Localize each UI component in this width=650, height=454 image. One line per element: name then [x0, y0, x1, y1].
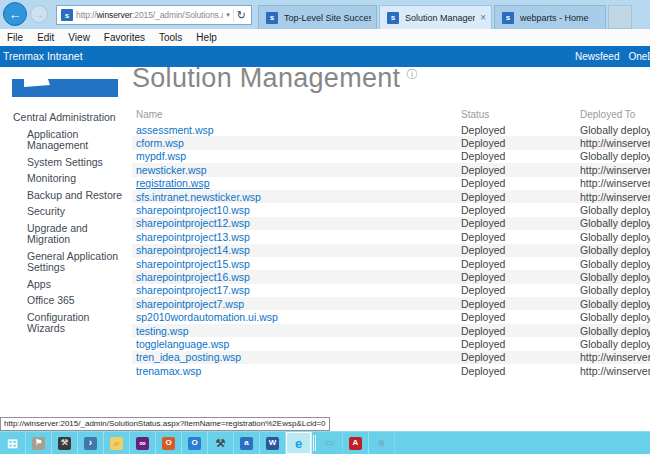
- status-cell: Deployed: [461, 124, 580, 136]
- solution-name-link[interactable]: testing.wsp: [136, 325, 461, 337]
- sharepoint-favicon-icon: s: [387, 12, 399, 24]
- solution-name-link[interactable]: trenamax.wsp: [136, 365, 461, 377]
- status-cell: Deployed: [461, 177, 580, 189]
- sidebar-item[interactable]: General Application Settings: [0, 250, 132, 275]
- forward-button[interactable]: →: [30, 5, 48, 23]
- adobe-reader-icon[interactable]: A: [343, 432, 369, 454]
- status-cell: Deployed: [461, 231, 580, 243]
- sidebar-item[interactable]: Office 365: [0, 294, 132, 308]
- office-app-orange-icon[interactable]: O: [156, 432, 182, 454]
- deployed-to-cell: http://winserver/: [580, 191, 650, 203]
- chevron-down-icon[interactable]: ▾: [223, 11, 233, 19]
- deployed-to-cell: Globally deployed.: [580, 244, 650, 256]
- table-row: sharepointproject14.wspDeployedGlobally …: [132, 244, 650, 257]
- user-profile-icon[interactable]: ☻: [369, 432, 395, 454]
- menu-item-view[interactable]: View: [68, 32, 90, 43]
- solution-name-link[interactable]: sharepointproject16.wsp: [136, 271, 461, 283]
- deployed-to-cell: http://winserver/: [580, 365, 650, 377]
- status-cell: Deployed: [461, 298, 580, 310]
- sidebar-item[interactable]: Central Administration: [0, 111, 132, 125]
- solution-name-link[interactable]: sharepointproject7.wsp: [136, 298, 461, 310]
- sidebar-item[interactable]: Configuration Wizards: [0, 311, 132, 336]
- solution-name-link[interactable]: sharepointproject14.wsp: [136, 244, 461, 256]
- menu-item-file[interactable]: File: [7, 32, 23, 43]
- browser-tab[interactable]: swebparts - Home: [494, 5, 606, 29]
- close-tab-icon[interactable]: ×: [475, 12, 486, 23]
- user-profile-icon: ☻: [375, 437, 388, 450]
- browser-tab[interactable]: sTop-Level Site Successfully Cre...: [258, 5, 377, 29]
- file-explorer-icon[interactable]: ▱: [104, 432, 130, 454]
- office-app-blue-icon: O: [188, 437, 201, 450]
- status-cell: Deployed: [461, 271, 580, 283]
- sidebar-item[interactable]: Apps: [0, 278, 132, 292]
- admin-tools-icon[interactable]: ⚒: [52, 432, 78, 454]
- start-button[interactable]: ⊞: [0, 432, 26, 454]
- solution-name-link[interactable]: cform.wsp: [136, 137, 461, 149]
- deployed-to-cell: Globally deployed.: [580, 258, 650, 270]
- sidebar-item[interactable]: Security: [0, 205, 132, 219]
- status-cell: Deployed: [461, 351, 580, 363]
- access-app-icon[interactable]: a: [234, 432, 260, 454]
- solution-name-link[interactable]: sharepointproject13.wsp: [136, 231, 461, 243]
- solution-name-link[interactable]: registration.wsp: [136, 177, 461, 189]
- sidebar-item[interactable]: System Settings: [0, 156, 132, 170]
- solution-name-link[interactable]: sharepointproject10.wsp: [136, 204, 461, 216]
- start-button: ⊞: [6, 437, 19, 450]
- server-manager-icon[interactable]: ⚑: [26, 432, 52, 454]
- sidebar-item[interactable]: Application Management: [0, 128, 132, 153]
- office-app-blue-icon[interactable]: O: [182, 432, 208, 454]
- table-row: tren_idea_posting.wspDeployedhttp://wins…: [132, 351, 650, 364]
- solution-name-link[interactable]: togglelanguage.wsp: [136, 338, 461, 350]
- solution-name-link[interactable]: sharepointproject12.wsp: [136, 217, 461, 229]
- tab-title: webparts - Home: [520, 13, 589, 23]
- management-studio-icon[interactable]: ⚒: [208, 432, 234, 454]
- access-app-icon: a: [240, 437, 253, 450]
- solution-name-link[interactable]: sharepointproject17.wsp: [136, 284, 461, 296]
- menu-item-edit[interactable]: Edit: [37, 32, 54, 43]
- solution-name-link[interactable]: mypdf.wsp: [136, 150, 461, 162]
- deployed-to-cell: Globally deployed.: [580, 150, 650, 162]
- sidebar-item[interactable]: Backup and Restore: [0, 189, 132, 203]
- remote-desktop-icon[interactable]: ▭: [317, 432, 343, 454]
- management-studio-icon: ⚒: [214, 437, 227, 450]
- powershell-icon[interactable]: ›: [78, 432, 104, 454]
- table-row: togglelanguage.wspDeployedGlobally deplo…: [132, 337, 650, 350]
- back-button[interactable]: ←: [3, 2, 27, 26]
- refresh-icon[interactable]: ↻: [233, 9, 249, 22]
- suite-link-newsfeed[interactable]: Newsfeed: [575, 51, 619, 62]
- solution-name-link[interactable]: sfs.intranet.newsticker.wsp: [136, 191, 461, 203]
- suite-link-onedrive[interactable]: OneDrive: [628, 51, 650, 62]
- sharepoint-logo: [12, 79, 118, 97]
- suite-bar-site-link[interactable]: Trenmax Intranet: [3, 50, 83, 62]
- suite-bar-links: NewsfeedOneDrive: [575, 51, 650, 62]
- word-icon[interactable]: W: [260, 432, 286, 454]
- visual-studio-icon[interactable]: ∞: [130, 432, 156, 454]
- internet-explorer-icon[interactable]: e: [286, 432, 312, 454]
- sidebar-item[interactable]: Upgrade and Migration: [0, 222, 132, 247]
- word-icon: W: [266, 437, 279, 450]
- status-cell: Deployed: [461, 338, 580, 350]
- menu-item-favorites[interactable]: Favorites: [104, 32, 145, 43]
- table-row: cform.wspDeployedhttp://winserver/: [132, 136, 650, 149]
- deployed-to-cell: Globally deployed.: [580, 217, 650, 229]
- solution-name-link[interactable]: sharepointproject15.wsp: [136, 258, 461, 270]
- solution-name-link[interactable]: sp2010wordautomation.ui.wsp: [136, 311, 461, 323]
- solution-name-link[interactable]: assessment.wsp: [136, 124, 461, 136]
- menu-item-tools[interactable]: Tools: [159, 32, 182, 43]
- address-bar[interactable]: s http://winserver:2015/_admin/Solutions…: [56, 5, 252, 25]
- address-url[interactable]: http://winserver:2015/_admin/Solutions.a…: [76, 10, 223, 20]
- solution-name-link[interactable]: tren_idea_posting.wsp: [136, 351, 461, 363]
- browser-tab[interactable]: sSolution Management×: [379, 5, 492, 29]
- solution-name-link[interactable]: newsticker.wsp: [136, 164, 461, 176]
- visual-studio-icon: ∞: [136, 437, 149, 450]
- info-icon[interactable]: ⓘ: [406, 68, 417, 80]
- deployed-to-cell: Globally deployed.: [580, 284, 650, 296]
- sidebar-item[interactable]: Monitoring: [0, 172, 132, 186]
- tab-title: Solution Management: [405, 13, 475, 23]
- tab-bar: sTop-Level Site Successfully Cre...sSolu…: [258, 5, 632, 29]
- menu-item-help[interactable]: Help: [196, 32, 217, 43]
- back-arrow-icon: ←: [9, 7, 22, 22]
- deployed-to-cell: http://winserver/: [580, 351, 650, 363]
- remote-desktop-icon: ▭: [323, 437, 336, 450]
- new-tab-button[interactable]: [608, 5, 632, 29]
